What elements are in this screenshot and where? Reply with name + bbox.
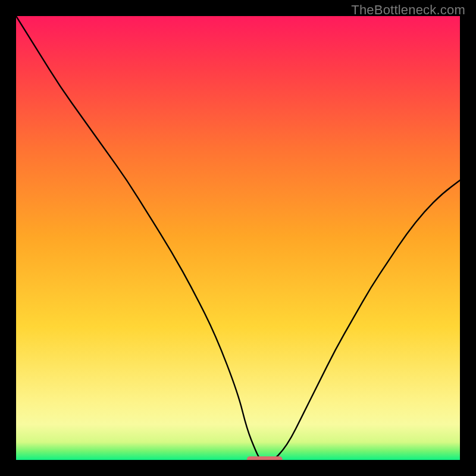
highlight-bar xyxy=(247,456,283,464)
watermark-text: TheBottleneck.com xyxy=(351,2,465,18)
bottleneck-chart xyxy=(0,0,476,476)
chart-frame: TheBottleneck.com xyxy=(0,0,476,476)
